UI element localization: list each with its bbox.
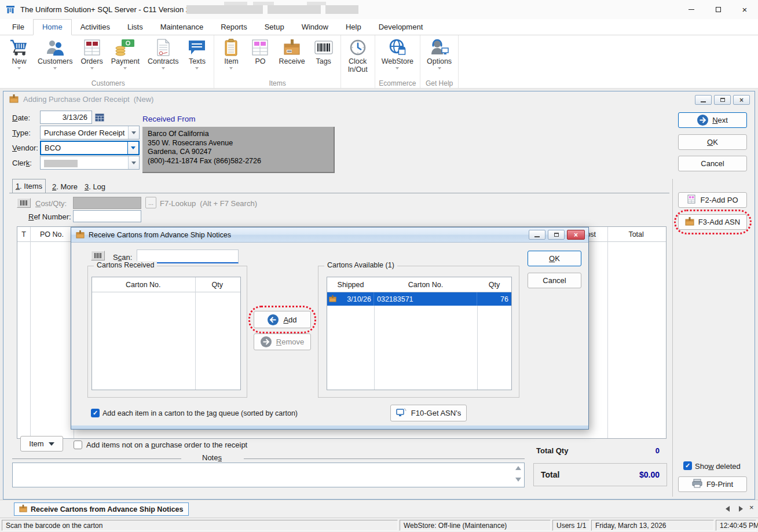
date-field[interactable]: 3/13/26 <box>40 111 92 124</box>
tab-close-icon[interactable]: × <box>749 503 754 512</box>
show-deleted-checkbox[interactable] <box>683 461 692 470</box>
scroll-down-icon[interactable] <box>515 478 521 482</box>
ribbon-contracts-button[interactable]: Contracts <box>144 36 183 69</box>
contracts-icon <box>153 38 174 57</box>
status-users: Users 1/1 <box>552 520 589 531</box>
menu-setup[interactable]: Setup <box>256 20 293 35</box>
ribbon-receive-button[interactable]: Receive <box>274 36 309 69</box>
menu-development[interactable]: Development <box>370 20 432 35</box>
calendar-icon[interactable] <box>95 113 104 123</box>
menu-maintenance[interactable]: Maintenance <box>152 20 212 35</box>
arrow-left-icon <box>268 314 279 325</box>
asn-dialog-titlebar[interactable]: Receive Cartons from Advance Ship Notice… <box>71 228 588 243</box>
ribbon-group-label: Ecommerce <box>375 79 420 87</box>
minimize-doc-icon[interactable] <box>695 95 712 105</box>
texts-icon <box>186 38 207 57</box>
tab-scroll-left-icon[interactable] <box>726 506 730 512</box>
menu-lists[interactable]: Lists <box>119 20 152 35</box>
f9-print-button[interactable]: F9-Print <box>678 476 747 492</box>
ribbon-payment-button[interactable]: Payment <box>107 36 144 69</box>
next-button[interactable]: Next <box>678 112 747 128</box>
lookup-ellipsis-button[interactable]: ... <box>145 197 156 208</box>
menu-window[interactable]: Window <box>293 20 337 35</box>
ribbon-tags-button[interactable]: Tags <box>309 36 338 69</box>
ribbon-button-label: WebStore <box>382 57 413 65</box>
notes-input[interactable] <box>12 463 525 487</box>
menu-file[interactable]: File <box>3 20 33 35</box>
window-tab-active[interactable]: Receive Cartons from Advance Ship Notice… <box>14 502 189 516</box>
ribbon-button-label: Contracts <box>148 57 179 65</box>
add-carton-button[interactable]: Add <box>254 311 311 328</box>
cartons-received-label: Cartons Received <box>94 261 157 269</box>
ribbon-item-button[interactable]: Item <box>217 36 246 69</box>
ribbon-group-label: Items <box>214 79 340 87</box>
printer-icon <box>692 479 702 490</box>
clipboard-icon <box>221 38 241 57</box>
maximize-window-icon[interactable] <box>705 0 731 19</box>
ribbon-button-label: Payment <box>111 57 140 65</box>
tab-log[interactable]: 3. Log <box>81 180 109 193</box>
menu-home[interactable]: Home <box>33 19 72 35</box>
redacted-text <box>253 2 274 5</box>
address-line: 350 W. Rosecrans Avenue <box>148 139 328 148</box>
menu-reports[interactable]: Reports <box>212 20 256 35</box>
ok-button[interactable]: OK <box>678 134 747 150</box>
chevron-down-icon <box>438 67 441 69</box>
minimize-window-icon[interactable] <box>678 0 705 19</box>
cartons-available-label: Cartons Available (1) <box>324 261 397 269</box>
cancel-button[interactable]: Cancel <box>678 156 747 171</box>
chevron-down-icon[interactable] <box>128 156 139 169</box>
app-root: { "titlebar": { "title": "The Uniform So… <box>0 0 758 532</box>
scroll-up-icon[interactable] <box>515 466 521 470</box>
close-doc-icon[interactable]: × <box>733 95 750 105</box>
chevron-down-icon[interactable] <box>127 142 138 154</box>
minimize-dialog-icon[interactable] <box>529 230 545 240</box>
f2-add-po-button[interactable]: F2-Add PO <box>678 192 747 208</box>
close-dialog-icon[interactable]: × <box>567 230 585 240</box>
cartons-available-group: Cartons Available (1) Shipped Carton No.… <box>318 266 519 398</box>
ribbon-orders-button[interactable]: Orders <box>76 36 107 69</box>
ribbon-customers-button[interactable]: Customers <box>34 36 76 69</box>
menu-help[interactable]: Help <box>337 20 370 35</box>
ribbon-new-button[interactable]: New <box>5 36 34 69</box>
add-items-checkbox[interactable] <box>74 441 82 449</box>
ribbon: New Customers Orders Payment Contracts T… <box>0 35 758 89</box>
tag-queue-checkbox[interactable] <box>91 409 100 417</box>
ref-number-input[interactable] <box>73 210 141 222</box>
vendor-select[interactable]: BCO <box>40 141 140 155</box>
restore-dialog-icon[interactable] <box>548 230 565 240</box>
clerk-select[interactable] <box>40 156 140 170</box>
redacted-text <box>186 5 263 14</box>
ribbon-group-get-help: Options Get Help <box>420 35 459 88</box>
close-window-icon[interactable]: × <box>731 0 758 19</box>
ribbon-webstore-button[interactable]: WebStore <box>378 36 418 69</box>
ribbon-po-button[interactable]: PO <box>246 36 274 69</box>
ribbon-texts-button[interactable]: Texts <box>182 36 211 69</box>
col-header-carton-no: Carton No. <box>374 281 477 289</box>
redacted-text <box>307 2 326 5</box>
tab-items[interactable]: 1. Items <box>12 179 46 193</box>
orders-icon <box>82 38 102 57</box>
chevron-down-icon <box>229 67 233 69</box>
dialog-ok-button[interactable]: OK <box>528 251 581 266</box>
carton-icon <box>9 94 19 105</box>
tab-more[interactable]: 2. More <box>49 180 81 193</box>
restore-doc-icon[interactable] <box>714 95 731 105</box>
menu-activities[interactable]: Activities <box>72 20 119 35</box>
f3-add-asn-button[interactable]: F3-Add ASN <box>678 214 747 230</box>
remove-carton-button[interactable]: Remove <box>254 333 311 350</box>
type-select[interactable]: Purchase Order Receipt <box>40 126 140 140</box>
chevron-down-icon <box>123 67 127 69</box>
f10-get-asns-button[interactable]: F10-Get ASN's <box>390 405 467 421</box>
tab-scroll-right-icon[interactable] <box>739 506 743 512</box>
item-menu-button[interactable]: Item <box>20 436 63 452</box>
total-qty-label: Total Qty <box>536 446 568 455</box>
chevron-down-icon[interactable] <box>128 126 139 139</box>
col-header-shipped: Shipped <box>327 281 374 289</box>
ribbon-options-button[interactable]: Options <box>423 36 456 69</box>
carton-row-selected[interactable]: 3/10/26 032183571 76 <box>327 292 511 306</box>
ribbon-clock-in-out-button[interactable]: Clock In/Out <box>343 36 372 78</box>
dialog-cancel-button[interactable]: Cancel <box>528 273 581 288</box>
dialog-bottom-edge <box>71 425 588 429</box>
address-line: Barco Of California <box>148 130 328 139</box>
